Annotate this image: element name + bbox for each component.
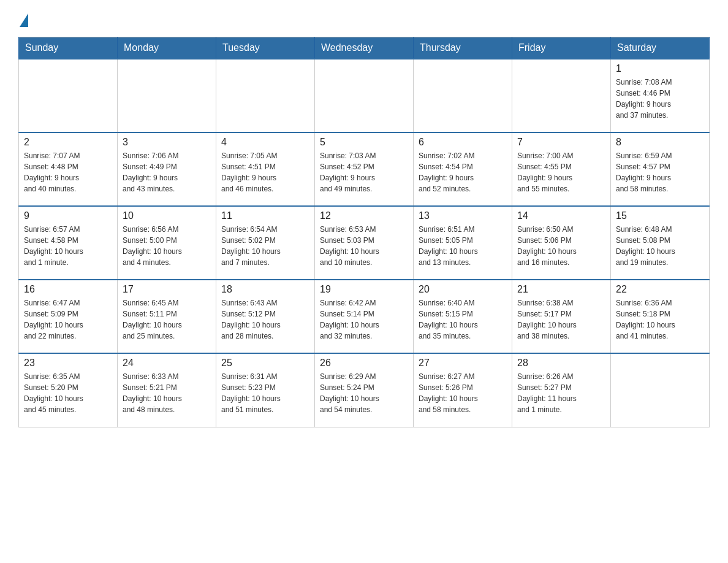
calendar-cell: 5Sunrise: 7:03 AM Sunset: 4:52 PM Daylig… — [315, 132, 414, 206]
calendar-cell: 25Sunrise: 6:31 AM Sunset: 5:23 PM Dayli… — [216, 353, 315, 427]
calendar-cell — [611, 353, 710, 427]
calendar-week-row: 16Sunrise: 6:47 AM Sunset: 5:09 PM Dayli… — [19, 280, 710, 353]
day-info: Sunrise: 6:42 AM Sunset: 5:14 PM Dayligh… — [320, 297, 408, 342]
day-number: 21 — [517, 284, 605, 295]
day-info: Sunrise: 6:27 AM Sunset: 5:26 PM Dayligh… — [419, 371, 507, 415]
weekday-header-tuesday: Tuesday — [216, 37, 315, 59]
day-info: Sunrise: 7:05 AM Sunset: 4:51 PM Dayligh… — [221, 150, 309, 194]
day-number: 27 — [419, 358, 507, 369]
day-info: Sunrise: 6:26 AM Sunset: 5:27 PM Dayligh… — [517, 371, 605, 415]
calendar-cell: 23Sunrise: 6:35 AM Sunset: 5:20 PM Dayli… — [19, 353, 118, 427]
page-header — [18, 12, 710, 27]
day-number: 1 — [616, 63, 704, 74]
day-info: Sunrise: 7:07 AM Sunset: 4:48 PM Dayligh… — [24, 150, 112, 194]
calendar-cell: 9Sunrise: 6:57 AM Sunset: 4:58 PM Daylig… — [19, 206, 118, 280]
calendar-cell: 18Sunrise: 6:43 AM Sunset: 5:12 PM Dayli… — [216, 280, 315, 353]
day-info: Sunrise: 6:45 AM Sunset: 5:11 PM Dayligh… — [123, 297, 211, 342]
calendar-week-row: 2Sunrise: 7:07 AM Sunset: 4:48 PM Daylig… — [19, 132, 710, 206]
day-number: 3 — [123, 137, 211, 148]
weekday-header-row: SundayMondayTuesdayWednesdayThursdayFrid… — [19, 37, 710, 59]
weekday-header-friday: Friday — [512, 37, 611, 59]
day-info: Sunrise: 6:57 AM Sunset: 4:58 PM Dayligh… — [24, 224, 112, 268]
calendar-table: SundayMondayTuesdayWednesdayThursdayFrid… — [18, 37, 710, 427]
calendar-week-row: 9Sunrise: 6:57 AM Sunset: 4:58 PM Daylig… — [19, 206, 710, 280]
day-number: 12 — [320, 210, 408, 221]
day-number: 13 — [419, 210, 507, 221]
calendar-cell: 4Sunrise: 7:05 AM Sunset: 4:51 PM Daylig… — [216, 132, 315, 206]
weekday-header-sunday: Sunday — [19, 37, 118, 59]
day-number: 17 — [123, 284, 211, 295]
calendar-cell: 27Sunrise: 6:27 AM Sunset: 5:26 PM Dayli… — [414, 353, 512, 427]
calendar-cell: 13Sunrise: 6:51 AM Sunset: 5:05 PM Dayli… — [414, 206, 512, 280]
calendar-cell: 20Sunrise: 6:40 AM Sunset: 5:15 PM Dayli… — [414, 280, 512, 353]
calendar-cell: 22Sunrise: 6:36 AM Sunset: 5:18 PM Dayli… — [611, 280, 710, 353]
day-number: 6 — [419, 137, 507, 148]
calendar-cell: 6Sunrise: 7:02 AM Sunset: 4:54 PM Daylig… — [414, 132, 512, 206]
day-number: 23 — [24, 358, 112, 369]
calendar-cell — [414, 59, 512, 132]
calendar-cell: 14Sunrise: 6:50 AM Sunset: 5:06 PM Dayli… — [512, 206, 611, 280]
calendar-cell — [118, 59, 216, 132]
day-number: 24 — [123, 358, 211, 369]
day-number: 2 — [24, 137, 112, 148]
calendar-cell: 15Sunrise: 6:48 AM Sunset: 5:08 PM Dayli… — [611, 206, 710, 280]
day-number: 26 — [320, 358, 408, 369]
day-number: 22 — [616, 284, 704, 295]
day-number: 15 — [616, 210, 704, 221]
logo-triangle-icon — [20, 13, 28, 27]
day-info: Sunrise: 6:48 AM Sunset: 5:08 PM Dayligh… — [616, 224, 704, 268]
calendar-cell: 12Sunrise: 6:53 AM Sunset: 5:03 PM Dayli… — [315, 206, 414, 280]
day-number: 9 — [24, 210, 112, 221]
calendar-cell: 24Sunrise: 6:33 AM Sunset: 5:21 PM Dayli… — [118, 353, 216, 427]
day-info: Sunrise: 6:50 AM Sunset: 5:06 PM Dayligh… — [517, 224, 605, 268]
day-number: 16 — [24, 284, 112, 295]
day-info: Sunrise: 7:02 AM Sunset: 4:54 PM Dayligh… — [419, 150, 507, 194]
calendar-cell: 11Sunrise: 6:54 AM Sunset: 5:02 PM Dayli… — [216, 206, 315, 280]
calendar-week-row: 1Sunrise: 7:08 AM Sunset: 4:46 PM Daylig… — [19, 59, 710, 132]
day-number: 14 — [517, 210, 605, 221]
day-number: 25 — [221, 358, 309, 369]
weekday-header-saturday: Saturday — [611, 37, 710, 59]
calendar-cell: 10Sunrise: 6:56 AM Sunset: 5:00 PM Dayli… — [118, 206, 216, 280]
day-number: 7 — [517, 137, 605, 148]
day-number: 28 — [517, 358, 605, 369]
day-info: Sunrise: 6:35 AM Sunset: 5:20 PM Dayligh… — [24, 371, 112, 415]
day-info: Sunrise: 7:03 AM Sunset: 4:52 PM Dayligh… — [320, 150, 408, 194]
calendar-week-row: 23Sunrise: 6:35 AM Sunset: 5:20 PM Dayli… — [19, 353, 710, 427]
day-info: Sunrise: 6:53 AM Sunset: 5:03 PM Dayligh… — [320, 224, 408, 268]
calendar-cell: 3Sunrise: 7:06 AM Sunset: 4:49 PM Daylig… — [118, 132, 216, 206]
day-number: 20 — [419, 284, 507, 295]
day-number: 8 — [616, 137, 704, 148]
calendar-cell: 1Sunrise: 7:08 AM Sunset: 4:46 PM Daylig… — [611, 59, 710, 132]
calendar-cell: 28Sunrise: 6:26 AM Sunset: 5:27 PM Dayli… — [512, 353, 611, 427]
day-info: Sunrise: 7:08 AM Sunset: 4:46 PM Dayligh… — [616, 77, 704, 121]
day-info: Sunrise: 6:36 AM Sunset: 5:18 PM Dayligh… — [616, 297, 704, 342]
weekday-header-thursday: Thursday — [414, 37, 512, 59]
calendar-cell: 19Sunrise: 6:42 AM Sunset: 5:14 PM Dayli… — [315, 280, 414, 353]
calendar-cell: 17Sunrise: 6:45 AM Sunset: 5:11 PM Dayli… — [118, 280, 216, 353]
day-number: 5 — [320, 137, 408, 148]
calendar-cell: 21Sunrise: 6:38 AM Sunset: 5:17 PM Dayli… — [512, 280, 611, 353]
calendar-cell: 7Sunrise: 7:00 AM Sunset: 4:55 PM Daylig… — [512, 132, 611, 206]
day-info: Sunrise: 6:33 AM Sunset: 5:21 PM Dayligh… — [123, 371, 211, 415]
day-number: 18 — [221, 284, 309, 295]
day-info: Sunrise: 7:00 AM Sunset: 4:55 PM Dayligh… — [517, 150, 605, 194]
calendar-cell: 2Sunrise: 7:07 AM Sunset: 4:48 PM Daylig… — [19, 132, 118, 206]
calendar-cell — [216, 59, 315, 132]
calendar-cell — [19, 59, 118, 132]
day-info: Sunrise: 6:38 AM Sunset: 5:17 PM Dayligh… — [517, 297, 605, 342]
day-info: Sunrise: 7:06 AM Sunset: 4:49 PM Dayligh… — [123, 150, 211, 194]
day-info: Sunrise: 6:29 AM Sunset: 5:24 PM Dayligh… — [320, 371, 408, 415]
calendar-cell — [315, 59, 414, 132]
weekday-header-monday: Monday — [118, 37, 216, 59]
day-info: Sunrise: 6:51 AM Sunset: 5:05 PM Dayligh… — [419, 224, 507, 268]
day-info: Sunrise: 6:31 AM Sunset: 5:23 PM Dayligh… — [221, 371, 309, 415]
calendar-cell — [512, 59, 611, 132]
day-info: Sunrise: 6:54 AM Sunset: 5:02 PM Dayligh… — [221, 224, 309, 268]
day-number: 4 — [221, 137, 309, 148]
day-number: 11 — [221, 210, 309, 221]
calendar-cell: 8Sunrise: 6:59 AM Sunset: 4:57 PM Daylig… — [611, 132, 710, 206]
day-info: Sunrise: 6:43 AM Sunset: 5:12 PM Dayligh… — [221, 297, 309, 342]
calendar-cell: 26Sunrise: 6:29 AM Sunset: 5:24 PM Dayli… — [315, 353, 414, 427]
weekday-header-wednesday: Wednesday — [315, 37, 414, 59]
